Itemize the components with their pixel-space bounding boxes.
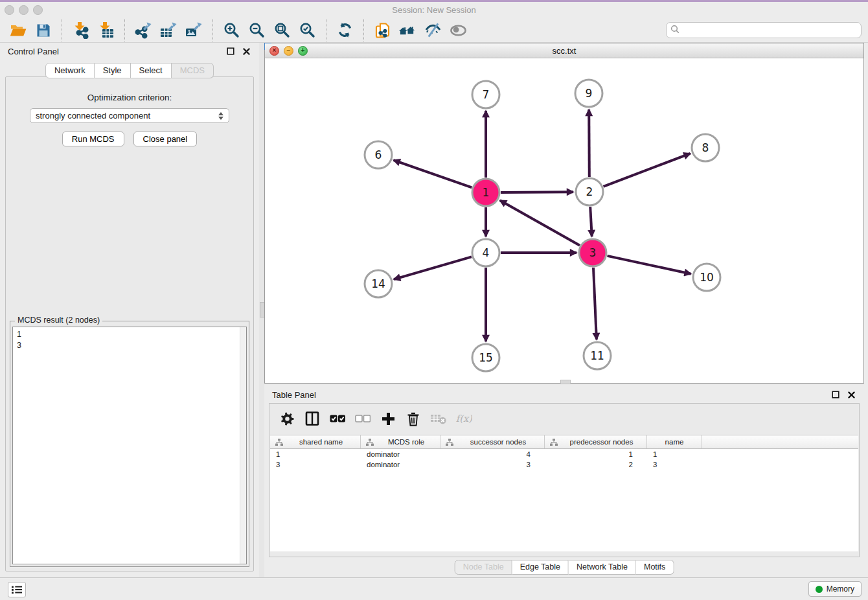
import-table-button[interactable] <box>97 21 115 40</box>
graph-node-11[interactable]: 11 <box>584 342 611 369</box>
open-session-button[interactable] <box>9 21 27 40</box>
graph-node-3[interactable]: 3 <box>579 239 606 266</box>
network-window-resize-grip[interactable] <box>560 380 571 384</box>
split-divider-vertical[interactable] <box>259 43 264 578</box>
edge-3-1[interactable] <box>500 200 580 245</box>
column-header-successor-nodes[interactable]: successor nodes <box>440 435 545 448</box>
graph-node-10[interactable]: 10 <box>693 264 720 291</box>
edge-3-11[interactable] <box>593 268 597 340</box>
app-title: Session: New Session <box>0 5 868 15</box>
edge-1-2[interactable] <box>501 192 573 192</box>
search-input[interactable] <box>682 25 857 36</box>
close-table-panel-icon[interactable] <box>847 390 856 400</box>
node-table[interactable]: shared nameMCDS rolesuccessor nodesprede… <box>270 435 858 551</box>
zoom-out-button[interactable] <box>248 21 266 40</box>
clone-network-button[interactable] <box>374 21 391 40</box>
run-mcds-button[interactable]: Run MCDS <box>62 132 124 146</box>
gear-button[interactable] <box>279 410 295 427</box>
unselect-all-check-button[interactable] <box>354 410 371 427</box>
graph-node-15[interactable]: 15 <box>472 344 499 371</box>
zoom-fit-button[interactable] <box>273 21 291 40</box>
close-panel-icon[interactable] <box>242 47 251 56</box>
mcds-result-text[interactable]: 1 3 <box>12 327 247 564</box>
tab-edge-table[interactable]: Edge Table <box>512 560 569 575</box>
table-row[interactable]: 1dominator411 <box>270 449 858 459</box>
edge-3-10[interactable] <box>608 256 691 274</box>
float-panel-icon[interactable] <box>225 47 235 56</box>
table-row[interactable]: 3dominator323 <box>270 459 858 470</box>
cell-MCDS-role[interactable]: dominator <box>361 450 440 458</box>
mcds-result-title: MCDS result (2 nodes) <box>15 316 102 325</box>
cell-name[interactable]: 3 <box>647 461 702 468</box>
tab-network-table[interactable]: Network Table <box>569 560 636 575</box>
edge-4-14[interactable] <box>394 257 472 279</box>
svg-text:6: 6 <box>375 148 382 161</box>
save-session-button[interactable] <box>34 21 52 40</box>
network-window-titlebar[interactable]: × − + scc.txt <box>265 43 863 58</box>
zoom-in-button[interactable] <box>223 21 240 40</box>
edge-2-9[interactable] <box>589 110 589 177</box>
graph-node-2[interactable]: 2 <box>576 178 603 205</box>
task-history-button[interactable] <box>8 582 26 597</box>
table-panel-header: Table Panel <box>264 386 864 403</box>
close-panel-button[interactable]: Close panel <box>133 132 198 146</box>
zoom-selected-button[interactable] <box>299 21 316 40</box>
cell-shared-name[interactable]: 1 <box>270 450 361 458</box>
graph-node-6[interactable]: 6 <box>365 141 392 168</box>
tab-motifs[interactable]: Motifs <box>636 560 674 575</box>
add-column-button[interactable] <box>380 410 396 427</box>
columns-view-button[interactable] <box>304 410 321 427</box>
graph-node-8[interactable]: 8 <box>692 134 719 161</box>
export-table-button[interactable] <box>160 21 177 40</box>
search-box[interactable] <box>666 22 862 38</box>
cell-MCDS-role[interactable]: dominator <box>361 461 440 468</box>
cell-shared-name[interactable]: 3 <box>270 461 361 468</box>
result-scrollbar[interactable] <box>240 327 246 564</box>
edge-1-6[interactable] <box>394 160 472 187</box>
svg-text:1: 1 <box>483 186 490 199</box>
column-header-predecessor-nodes[interactable]: predecessor nodes <box>545 435 647 448</box>
svg-text:9: 9 <box>586 87 593 100</box>
table-panel-box: f(x) shared nameMCDS rolesuccessor nodes… <box>269 403 860 557</box>
graph-node-4[interactable]: 4 <box>472 239 499 266</box>
select-all-check-button[interactable] <box>329 410 346 427</box>
first-neighbors-button[interactable] <box>399 21 417 40</box>
column-type-icon <box>550 439 558 446</box>
column-header-name[interactable]: name <box>647 435 702 448</box>
float-table-panel-icon[interactable] <box>830 390 840 400</box>
graph-node-9[interactable]: 9 <box>575 80 602 107</box>
export-image-button[interactable] <box>185 21 203 40</box>
cell-successor-nodes[interactable]: 4 <box>440 450 545 458</box>
graph-node-7[interactable]: 7 <box>472 81 499 108</box>
cell-predecessor-nodes[interactable]: 1 <box>545 450 647 458</box>
cell-name[interactable]: 1 <box>647 450 702 458</box>
cell-predecessor-nodes[interactable]: 2 <box>545 461 647 468</box>
control-panel-tabs: NetworkStyleSelectMCDS <box>0 63 259 78</box>
tab-style[interactable]: Style <box>95 63 131 78</box>
graph-node-14[interactable]: 14 <box>365 270 392 297</box>
cell-successor-nodes[interactable]: 3 <box>440 461 545 468</box>
tab-node-table[interactable]: Node Table <box>455 560 512 575</box>
optimization-criterion-label: Optimization criterion: <box>6 93 253 102</box>
optimization-criterion-select[interactable]: strongly connected component <box>30 108 229 123</box>
tab-select[interactable]: Select <box>131 63 172 78</box>
network-graph-canvas[interactable]: 7 9 6 8 1 2 4 3 14 10 15 11 <box>265 58 863 383</box>
import-network-button[interactable] <box>72 21 89 40</box>
hide-selected-button[interactable] <box>424 21 442 40</box>
column-header-MCDS-role[interactable]: MCDS role <box>361 435 440 448</box>
network-view-window: × − + scc.txt 7 9 6 8 1 2 4 3 14 10 15 1… <box>264 43 864 384</box>
edge-2-8[interactable] <box>604 154 691 187</box>
function-builder-button: f(x) <box>455 410 472 427</box>
delete-column-button[interactable] <box>405 410 422 427</box>
svg-text:10: 10 <box>700 271 714 284</box>
selected-criterion: strongly connected component <box>36 111 218 121</box>
export-network-button[interactable] <box>135 21 152 40</box>
apply-layout-button[interactable] <box>336 21 354 40</box>
tab-network[interactable]: Network <box>45 63 95 78</box>
graph-node-1[interactable]: 1 <box>472 179 499 206</box>
show-all-button[interactable] <box>450 21 467 40</box>
memory-button[interactable]: Memory <box>808 581 862 597</box>
tab-mcds[interactable]: MCDS <box>172 63 214 78</box>
edge-2-3[interactable] <box>590 207 592 237</box>
column-header-shared-name[interactable]: shared name <box>270 435 361 448</box>
